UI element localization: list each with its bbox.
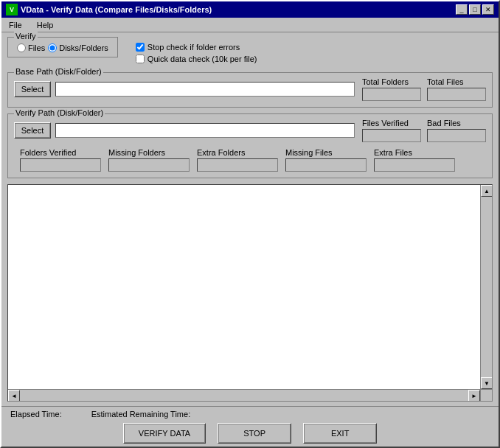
remaining-time-label: Estimated Remaining Time: xyxy=(91,410,191,419)
app-icon: V xyxy=(6,4,18,15)
extra-folders-input xyxy=(197,158,278,172)
verify-group-label: Verify xyxy=(14,32,38,41)
title-bar-controls: _ □ ✕ xyxy=(456,4,494,15)
verify-path-row: Select Files Verified Bad Files xyxy=(14,119,486,142)
base-path-group: Base Path (Disk/Folder) Select Total Fol… xyxy=(7,72,493,108)
files-radio-label[interactable]: Files xyxy=(17,43,45,52)
verify-right-stats: Files Verified Bad Files xyxy=(362,119,486,142)
files-radio-text: Files xyxy=(28,43,45,52)
quick-check-checkbox[interactable] xyxy=(136,55,145,63)
missing-files-input xyxy=(285,158,367,172)
extra-folders-label: Extra Folders xyxy=(197,148,245,157)
disks-radio-label[interactable]: Disks/Folders xyxy=(48,43,108,52)
extra-files-input xyxy=(374,158,455,172)
bottom-buttons: VERIFY DATA STOP EXIT xyxy=(7,423,493,444)
base-path-row: Select Total Folders Total Files xyxy=(14,77,486,101)
total-folders-input xyxy=(362,88,421,101)
bad-files-field: Bad Files xyxy=(427,119,486,142)
stop-check-text: Stop check if folder errors xyxy=(147,43,240,52)
verify-path-input[interactable] xyxy=(55,123,355,138)
extra-folders-field: Extra Folders xyxy=(197,148,278,172)
bad-files-label: Bad Files xyxy=(427,119,461,127)
verify-group: Verify Files Disks/Folders xyxy=(7,37,118,57)
title-bar: V VData - Verify Data (Compare Files/Dis… xyxy=(1,1,499,18)
disks-radio-text: Disks/Folders xyxy=(59,43,108,52)
scroll-track-h[interactable] xyxy=(20,390,468,401)
quick-check-text: Quick data check (10k per file) xyxy=(147,55,257,63)
folders-verified-label: Folders Verified xyxy=(20,148,76,157)
verify-path-select-button[interactable]: Select xyxy=(14,122,51,139)
menu-bar: File Help xyxy=(1,18,499,32)
extra-files-field: Extra Files xyxy=(374,148,455,172)
base-path-input[interactable] xyxy=(55,82,355,97)
close-button[interactable]: ✕ xyxy=(482,4,494,15)
scroll-right-button[interactable]: ► xyxy=(468,390,480,402)
stop-check-checkbox[interactable] xyxy=(136,43,145,52)
bottom-section: Elapsed Time: Estimated Remaining Time: … xyxy=(1,406,499,447)
base-path-label: Base Path (Disk/Folder) xyxy=(14,67,103,76)
main-window: V VData - Verify Data (Compare Files/Dis… xyxy=(0,0,500,448)
horizontal-scrollbar: ◄ ► xyxy=(8,389,480,401)
minimize-button[interactable]: _ xyxy=(456,4,468,15)
base-stats: Total Folders Total Files xyxy=(362,77,486,101)
files-radio[interactable] xyxy=(17,43,26,52)
missing-folders-label: Missing Folders xyxy=(108,148,165,157)
time-row: Elapsed Time: Estimated Remaining Time: xyxy=(7,410,493,419)
top-row: Verify Files Disks/Folders Stop check if… xyxy=(7,37,493,66)
extra-files-label: Extra Files xyxy=(374,148,412,157)
verify-path-label: Verify Path (Disk/Folder) xyxy=(14,108,105,117)
verify-options: Files Disks/Folders xyxy=(17,41,108,52)
log-area: ▲ ▼ ◄ ► xyxy=(7,184,493,402)
vertical-scrollbar: ▲ ▼ xyxy=(480,185,492,389)
title-bar-title: V VData - Verify Data (Compare Files/Dis… xyxy=(6,4,212,15)
scroll-corner xyxy=(480,389,492,401)
exit-button[interactable]: EXIT xyxy=(303,423,377,444)
stop-check-label[interactable]: Stop check if folder errors xyxy=(136,43,493,52)
maximize-button[interactable]: □ xyxy=(469,4,481,15)
files-verified-label: Files Verified xyxy=(362,119,409,127)
missing-files-field: Missing Files xyxy=(285,148,367,172)
scroll-up-button[interactable]: ▲ xyxy=(481,185,493,197)
options-group: Stop check if folder errors Quick data c… xyxy=(124,37,493,66)
elapsed-time-label: Elapsed Time: xyxy=(10,410,62,419)
window-title: VData - Verify Data (Compare Files/Disks… xyxy=(21,5,212,14)
scroll-down-button[interactable]: ▼ xyxy=(481,377,493,389)
main-content: Verify Files Disks/Folders Stop check if… xyxy=(1,32,499,406)
missing-files-label: Missing Files xyxy=(285,148,333,157)
stop-button[interactable]: STOP xyxy=(218,423,291,444)
verify-bottom-stats: Folders Verified Missing Folders Extra F… xyxy=(14,148,486,172)
total-files-input xyxy=(427,88,486,101)
disks-radio[interactable] xyxy=(48,43,57,52)
verify-data-button[interactable]: VERIFY DATA xyxy=(123,423,206,444)
total-folders-label: Total Folders xyxy=(362,77,409,86)
folders-verified-field: Folders Verified xyxy=(20,148,101,172)
scroll-left-button[interactable]: ◄ xyxy=(8,390,20,402)
quick-check-label[interactable]: Quick data check (10k per file) xyxy=(136,55,493,63)
missing-folders-input xyxy=(108,158,190,172)
menu-file[interactable]: File xyxy=(4,20,27,30)
menu-help[interactable]: Help xyxy=(32,20,58,30)
missing-folders-field: Missing Folders xyxy=(108,148,190,172)
scroll-track-v[interactable] xyxy=(481,197,492,377)
total-files-label: Total Files xyxy=(427,77,464,86)
base-path-select-button[interactable]: Select xyxy=(14,81,51,97)
bad-files-input xyxy=(427,129,486,142)
files-verified-input xyxy=(362,129,421,142)
verify-path-group: Verify Path (Disk/Folder) Select Files V… xyxy=(7,113,493,178)
folders-verified-input xyxy=(20,158,101,172)
total-folders-field: Total Folders xyxy=(362,77,421,101)
files-verified-field: Files Verified xyxy=(362,119,421,142)
total-files-field: Total Files xyxy=(427,77,486,101)
